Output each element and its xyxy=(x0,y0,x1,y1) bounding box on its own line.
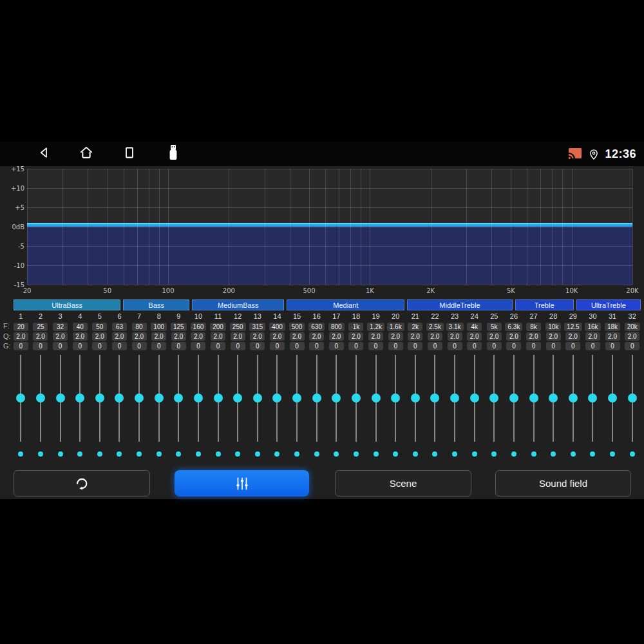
gain-slider[interactable] xyxy=(564,355,583,442)
gain-value-box[interactable]: 0 xyxy=(368,342,383,350)
gain-value-box[interactable]: 0 xyxy=(487,342,502,350)
home-button[interactable] xyxy=(78,144,95,164)
gain-slider[interactable] xyxy=(622,355,642,442)
q-value-box[interactable]: 2.0 xyxy=(388,332,403,341)
freq-value-box[interactable]: 1.2k xyxy=(367,323,384,331)
freq-value-box[interactable]: 125 xyxy=(171,323,187,331)
q-value-box[interactable]: 2.0 xyxy=(329,332,344,341)
q-value-box[interactable]: 2.0 xyxy=(368,332,383,341)
gain-slider[interactable] xyxy=(346,355,366,442)
q-value-box[interactable]: 2.0 xyxy=(112,332,127,341)
gain-value-box[interactable]: 0 xyxy=(132,342,147,350)
q-value-box[interactable]: 2.0 xyxy=(73,332,88,341)
gain-value-box[interactable]: 0 xyxy=(605,342,620,350)
gain-slider[interactable] xyxy=(406,355,426,442)
gain-value-box[interactable]: 0 xyxy=(506,342,521,350)
back-button[interactable] xyxy=(37,145,52,163)
freq-value-box[interactable]: 32 xyxy=(53,323,68,331)
gain-value-box[interactable]: 0 xyxy=(191,342,205,350)
scene-button[interactable]: Scene xyxy=(335,470,471,497)
slider-knob[interactable] xyxy=(214,393,223,402)
slider-knob[interactable] xyxy=(312,393,321,402)
q-value-box[interactable]: 2.0 xyxy=(211,332,225,341)
gain-value-box[interactable]: 0 xyxy=(408,342,422,350)
freq-value-box[interactable]: 20k xyxy=(625,323,640,331)
freq-value-box[interactable]: 5k xyxy=(487,323,502,331)
q-value-box[interactable]: 2.0 xyxy=(231,332,245,341)
q-value-box[interactable]: 2.0 xyxy=(92,332,107,341)
gain-value-box[interactable]: 0 xyxy=(467,342,482,350)
slider-knob[interactable] xyxy=(549,393,558,402)
slider-knob[interactable] xyxy=(529,393,538,402)
q-value-box[interactable]: 2.0 xyxy=(151,332,166,341)
gain-slider[interactable] xyxy=(129,355,149,442)
q-value-box[interactable]: 2.0 xyxy=(605,332,620,341)
slider-knob[interactable] xyxy=(115,393,124,402)
freq-value-box[interactable]: 200 xyxy=(210,323,226,331)
freq-value-box[interactable]: 63 xyxy=(112,323,127,331)
reset-button[interactable] xyxy=(14,470,150,497)
freq-value-box[interactable]: 12.5 xyxy=(564,323,582,331)
slider-knob[interactable] xyxy=(352,393,361,402)
slider-knob[interactable] xyxy=(391,393,400,402)
gain-slider[interactable] xyxy=(90,355,110,442)
slider-knob[interactable] xyxy=(253,393,262,402)
gain-value-box[interactable]: 0 xyxy=(526,342,541,350)
freq-value-box[interactable]: 10k xyxy=(545,323,561,331)
slider-knob[interactable] xyxy=(16,393,25,402)
band-header-mediant[interactable]: Mediant xyxy=(287,299,404,310)
q-value-box[interactable]: 2.0 xyxy=(565,332,580,341)
q-value-box[interactable]: 2.0 xyxy=(309,332,324,341)
freq-value-box[interactable]: 50 xyxy=(92,323,107,331)
gain-value-box[interactable]: 0 xyxy=(329,342,344,350)
q-value-box[interactable]: 2.0 xyxy=(467,332,482,341)
freq-value-box[interactable]: 630 xyxy=(308,323,325,331)
slider-knob[interactable] xyxy=(608,393,617,402)
gain-value-box[interactable]: 0 xyxy=(565,342,580,350)
gain-value-box[interactable]: 0 xyxy=(290,342,305,350)
band-header-middletreble[interactable]: MiddleTreble xyxy=(407,299,512,310)
gain-slider[interactable] xyxy=(366,355,386,442)
gain-slider[interactable] xyxy=(169,355,189,442)
gain-slider[interactable] xyxy=(484,355,504,442)
gain-slider[interactable] xyxy=(327,355,346,442)
q-value-box[interactable]: 2.0 xyxy=(348,332,363,341)
q-value-box[interactable]: 2.0 xyxy=(191,332,205,341)
gain-slider[interactable] xyxy=(425,355,445,442)
gain-slider[interactable] xyxy=(11,355,31,442)
gain-slider[interactable] xyxy=(464,355,484,442)
gain-value-box[interactable]: 0 xyxy=(585,342,600,350)
slider-knob[interactable] xyxy=(509,393,518,402)
slider-knob[interactable] xyxy=(135,393,144,402)
freq-value-box[interactable]: 80 xyxy=(132,323,147,331)
gain-value-box[interactable]: 0 xyxy=(388,342,403,350)
gain-value-box[interactable]: 0 xyxy=(270,342,285,350)
gain-slider[interactable] xyxy=(50,355,70,442)
freq-value-box[interactable]: 500 xyxy=(289,323,305,331)
freq-value-box[interactable]: 6.3k xyxy=(505,323,522,331)
freq-value-box[interactable]: 4k xyxy=(467,323,482,331)
slider-knob[interactable] xyxy=(450,393,459,402)
freq-value-box[interactable]: 1.6k xyxy=(387,323,404,331)
gain-value-box[interactable]: 0 xyxy=(151,342,166,350)
q-value-box[interactable]: 2.0 xyxy=(33,332,48,341)
q-value-box[interactable]: 2.0 xyxy=(526,332,541,341)
gain-slider[interactable] xyxy=(109,355,129,442)
slider-knob[interactable] xyxy=(174,393,183,402)
slider-knob[interactable] xyxy=(430,393,439,402)
slider-knob[interactable] xyxy=(155,393,164,402)
q-value-box[interactable]: 2.0 xyxy=(585,332,600,341)
slider-knob[interactable] xyxy=(411,393,420,402)
freq-value-box[interactable]: 1k xyxy=(348,323,363,331)
gain-value-box[interactable]: 0 xyxy=(53,342,68,350)
gain-value-box[interactable]: 0 xyxy=(625,342,639,350)
q-value-box[interactable]: 2.0 xyxy=(408,332,422,341)
band-header-treble[interactable]: Treble xyxy=(515,299,574,310)
gain-value-box[interactable]: 0 xyxy=(92,342,107,350)
gain-slider[interactable] xyxy=(504,355,524,442)
gain-value-box[interactable]: 0 xyxy=(171,342,186,350)
gain-value-box[interactable]: 0 xyxy=(428,342,442,350)
slider-knob[interactable] xyxy=(332,393,341,402)
slider-knob[interactable] xyxy=(56,393,65,402)
q-value-box[interactable]: 2.0 xyxy=(270,332,285,341)
